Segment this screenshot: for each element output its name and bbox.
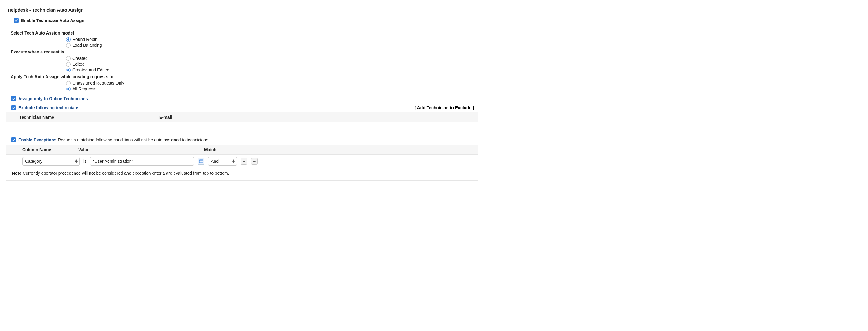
technician-table-empty-row — [6, 123, 478, 133]
radio-icon — [66, 56, 71, 61]
remove-rule-button[interactable]: – — [251, 158, 258, 165]
add-technician-to-exclude-link[interactable]: [ Add Technician to Exclude ] — [415, 105, 474, 110]
value-input[interactable]: "User Administration" — [90, 157, 194, 166]
exceptions-columns-header: Column Name Value Match — [6, 145, 478, 155]
radio-label: All Requests — [72, 86, 97, 92]
is-label: is — [84, 159, 87, 164]
radio-label: Round Robin — [72, 37, 97, 42]
technician-name-column-header: Technician Name — [6, 112, 156, 122]
radio-label: Created and Edited — [72, 67, 110, 73]
apply-scope-option-all[interactable]: All Requests — [66, 86, 478, 92]
radio-icon — [66, 81, 71, 86]
note-row: Note:Currently operator precedence will … — [6, 168, 478, 181]
radio-label: Load Balancing — [72, 42, 102, 48]
svg-rect-0 — [199, 160, 203, 163]
enable-auto-assign-checkbox[interactable] — [14, 18, 19, 23]
match-select-value: And — [211, 159, 219, 164]
picker-icon[interactable] — [198, 158, 205, 165]
enable-exceptions-description: -Requests matching following conditions … — [56, 137, 209, 142]
page-title: Helpdesk - Technician Auto Assign — [8, 7, 470, 12]
note-text: :Currently operator precedence will not … — [21, 171, 229, 175]
enable-auto-assign-row: Enable Technician Auto Assign — [8, 18, 470, 23]
radio-icon — [66, 43, 71, 47]
apply-scope-section-label: Apply Tech Auto Assign while creating re… — [6, 74, 478, 79]
radio-icon — [66, 37, 71, 42]
apply-scope-radio-group: Unassigned Requests Only All Requests — [66, 80, 478, 92]
radio-label: Unassigned Requests Only — [72, 80, 124, 86]
online-only-checkbox[interactable] — [11, 96, 16, 101]
execute-radio-group: Created Edited Created and Edited — [66, 56, 478, 73]
column-name-header: Column Name — [9, 147, 78, 152]
radio-icon — [66, 68, 71, 72]
exclude-technicians-row: Exclude following technicians [ Add Tech… — [6, 105, 478, 110]
enable-exceptions-checkbox[interactable] — [11, 137, 16, 142]
execute-option-created-and-edited[interactable]: Created and Edited — [66, 67, 478, 73]
online-only-row: Assign only to Online Technicians — [6, 96, 478, 101]
column-name-select[interactable]: Category — [22, 157, 80, 166]
model-radio-group: Round Robin Load Balancing — [66, 37, 478, 48]
apply-scope-option-unassigned[interactable]: Unassigned Requests Only — [66, 80, 478, 86]
model-option-load-balancing[interactable]: Load Balancing — [66, 42, 478, 48]
radio-icon — [66, 62, 71, 67]
execute-section-label: Execute when a request is — [6, 49, 478, 54]
match-select[interactable]: And — [208, 157, 237, 166]
exclude-technicians-checkbox[interactable] — [11, 105, 16, 110]
radio-label: Created — [72, 56, 88, 61]
technician-email-column-header: E-mail — [156, 112, 478, 122]
radio-label: Edited — [72, 61, 85, 67]
add-rule-button[interactable]: + — [241, 158, 247, 165]
enable-exceptions-label: Enable Exceptions — [18, 137, 56, 142]
model-option-round-robin[interactable]: Round Robin — [66, 37, 478, 42]
enable-exceptions-row: Enable Exceptions -Requests matching fol… — [6, 137, 478, 142]
value-input-text: "User Administration" — [93, 159, 133, 164]
stepper-caret-icon — [74, 158, 79, 164]
execute-option-edited[interactable]: Edited — [66, 61, 478, 67]
exception-rule-row: Category is "User Administration" — [6, 155, 478, 168]
column-name-select-value: Category — [25, 159, 42, 164]
technician-table-header: Technician Name E-mail — [6, 112, 478, 123]
execute-option-created[interactable]: Created — [66, 56, 478, 61]
match-header: Match — [197, 147, 216, 152]
online-only-label: Assign only to Online Technicians — [18, 96, 88, 101]
model-section-label: Select Tech Auto Assign model — [6, 28, 478, 35]
enable-auto-assign-label: Enable Technician Auto Assign — [21, 18, 84, 23]
value-header: Value — [78, 147, 197, 152]
radio-icon — [66, 87, 71, 91]
note-label: Note — [12, 171, 21, 175]
stepper-caret-icon — [231, 158, 236, 164]
exclude-technicians-label: Exclude following technicians — [18, 105, 80, 110]
